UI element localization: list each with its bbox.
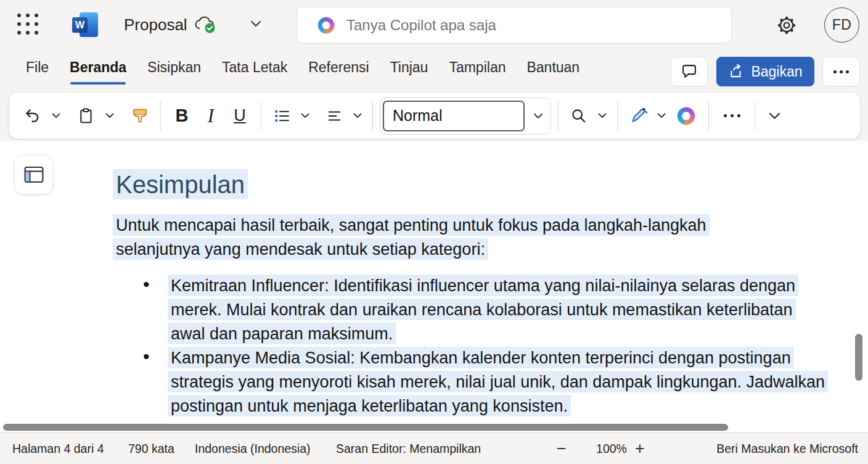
bullet-list-button[interactable] xyxy=(268,100,295,132)
title-bar: W Proposal xyxy=(0,0,868,49)
document-canvas[interactable]: Kesimpulan Untuk mencapai hasil terbaik,… xyxy=(0,141,868,432)
document-title[interactable]: Proposal xyxy=(124,15,187,35)
alignment-dropdown-chevron[interactable] xyxy=(349,100,366,132)
editor-dropdown-chevron[interactable] xyxy=(653,100,669,132)
search-icon xyxy=(570,107,588,125)
zoom-in-button[interactable]: + xyxy=(635,439,645,458)
document-heading[interactable]: Kesimpulan xyxy=(113,168,840,199)
document-content[interactable]: Kesimpulan Untuk mencapai hasil terbaik,… xyxy=(113,168,840,418)
cloud-saved-icon[interactable] xyxy=(194,15,217,35)
editor-button[interactable] xyxy=(624,100,652,132)
ribbon-collapse-chevron[interactable] xyxy=(762,100,787,132)
title-chevron-down-icon[interactable] xyxy=(250,20,261,27)
avatar[interactable]: FD xyxy=(824,7,859,43)
comment-icon xyxy=(681,64,698,80)
underline-button[interactable]: U xyxy=(226,100,254,132)
feedback-link[interactable]: Beri Masukan ke Microsoft xyxy=(716,441,858,455)
undo-icon xyxy=(24,107,41,125)
find-dropdown-chevron[interactable] xyxy=(594,100,610,132)
align-text-icon xyxy=(326,108,343,124)
zoom-out-button[interactable]: − xyxy=(557,439,567,458)
italic-button[interactable]: I xyxy=(197,100,224,132)
ribbon-more-button[interactable] xyxy=(716,100,748,132)
tab-sisipkan[interactable]: Sisipkan xyxy=(147,59,201,87)
copilot-button[interactable] xyxy=(671,100,702,132)
ribbon-divider xyxy=(755,102,755,130)
copilot-search-input[interactable] xyxy=(345,16,731,35)
editor-suggestions[interactable]: Saran Editor: Menampilkan xyxy=(336,441,481,455)
find-button[interactable] xyxy=(565,100,592,132)
document-paragraph[interactable]: Untuk mencapai hasil terbaik, sangat pen… xyxy=(113,213,742,261)
vertical-scrollbar-thumb[interactable] xyxy=(855,334,862,381)
menu-bar: File Beranda Sisipkan Tata Letak Referen… xyxy=(0,49,868,93)
ribbon-divider xyxy=(708,102,709,130)
horizontal-scrollbar-thumb[interactable] xyxy=(3,424,728,431)
undo-button[interactable] xyxy=(19,100,46,132)
comments-button[interactable] xyxy=(671,57,708,86)
bold-button[interactable]: B xyxy=(168,100,196,132)
page-layout-icon xyxy=(23,165,45,184)
undo-dropdown-chevron[interactable] xyxy=(47,100,64,132)
bullet-list-icon xyxy=(274,108,290,124)
ribbon-divider xyxy=(261,102,261,130)
style-gallery: Normal xyxy=(380,97,551,135)
tab-file[interactable]: File xyxy=(26,59,49,87)
document-bullet-list: Kemitraan Influencer: Identifikasi influ… xyxy=(113,273,840,418)
list-item[interactable]: Kampanye Media Sosial: Kembangkan kalend… xyxy=(168,346,830,418)
word-logo[interactable]: W xyxy=(72,12,98,37)
word-logo-letter: W xyxy=(72,17,88,33)
page-indicator[interactable]: Halaman 4 dari 4 xyxy=(12,441,104,455)
style-dropdown-chevron[interactable] xyxy=(526,100,551,132)
ribbon-tabs: File Beranda Sisipkan Tata Letak Referen… xyxy=(26,59,579,87)
tab-tata-letak[interactable]: Tata Letak xyxy=(222,59,287,87)
status-bar: Halaman 4 dari 4 790 kata Indonesia (Ind… xyxy=(0,432,868,464)
tab-referensi[interactable]: Referensi xyxy=(308,59,369,87)
editor-pen-icon xyxy=(629,107,647,125)
style-selector[interactable]: Normal xyxy=(383,101,525,131)
settings-gear-icon[interactable] xyxy=(774,13,799,38)
ribbon-divider xyxy=(160,102,161,130)
list-item[interactable]: Kemitraan Influencer: Identifikasi influ… xyxy=(168,273,830,346)
copilot-icon xyxy=(676,106,696,126)
copilot-search-box[interactable] xyxy=(297,7,732,43)
word-count[interactable]: 790 kata xyxy=(128,441,174,455)
ribbon-divider xyxy=(617,102,618,130)
share-button[interactable]: Bagikan xyxy=(716,57,814,86)
alignment-button[interactable] xyxy=(321,100,348,132)
share-icon xyxy=(728,64,744,80)
share-label: Bagikan xyxy=(751,64,802,80)
tab-tinjau[interactable]: Tinjau xyxy=(390,59,428,87)
ribbon-toolbar: B I U Normal xyxy=(9,93,860,139)
app-launcher-icon[interactable] xyxy=(17,14,42,37)
ribbon-divider xyxy=(558,102,559,130)
format-painter-icon xyxy=(131,107,149,125)
paste-button[interactable] xyxy=(73,100,100,132)
page-pane-toggle-button[interactable] xyxy=(15,155,52,194)
paste-dropdown-chevron[interactable] xyxy=(101,100,118,132)
copilot-icon xyxy=(317,16,335,35)
language-indicator[interactable]: Indonesia (Indonesia) xyxy=(195,441,311,455)
tab-beranda[interactable]: Beranda xyxy=(70,59,126,87)
tab-bantuan[interactable]: Bantuan xyxy=(526,59,579,87)
format-painter-button[interactable] xyxy=(126,100,154,132)
clipboard-icon xyxy=(78,107,95,125)
zoom-level: 100% xyxy=(587,441,636,455)
ribbon-divider xyxy=(372,102,373,130)
tab-tampilan[interactable]: Tampilan xyxy=(449,59,506,87)
more-options-button[interactable] xyxy=(822,57,860,86)
bullet-list-dropdown-chevron[interactable] xyxy=(297,100,313,132)
